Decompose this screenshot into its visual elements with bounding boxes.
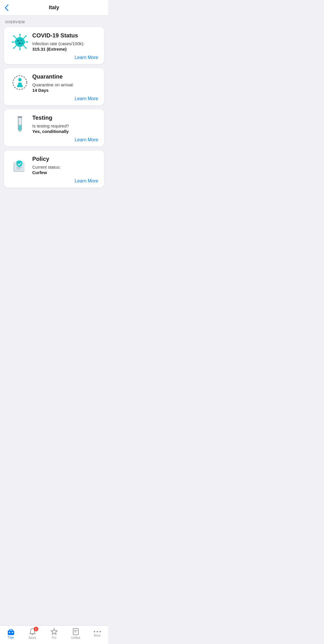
covid-subtitle: Infection rate (cases/100k): <box>32 41 98 47</box>
section-label: OVERVIEW <box>4 20 104 24</box>
policy-icon-container <box>10 157 30 174</box>
svg-point-16 <box>15 37 25 47</box>
page-title: Italy <box>49 5 59 11</box>
quarantine-icon-container <box>10 75 30 91</box>
quarantine-icon <box>12 75 28 91</box>
svg-point-18 <box>20 40 22 41</box>
testing-card-body: Testing Is testing required? Yes, condit… <box>30 115 98 142</box>
svg-point-20 <box>22 43 23 44</box>
svg-point-15 <box>13 47 15 49</box>
svg-line-4 <box>14 37 16 38</box>
policy-icon <box>11 157 29 174</box>
svg-point-14 <box>25 35 27 37</box>
quarantine-card-body: Quarantine Quarantine on arrival: 14 Day… <box>30 73 98 101</box>
covid-icon-container <box>10 33 30 51</box>
covid-card-body: COVID-19 Status Infection rate (cases/10… <box>30 32 98 60</box>
policy-learn-more[interactable]: Learn More <box>32 178 98 184</box>
svg-point-19 <box>18 42 21 45</box>
policy-value: Curfew <box>32 170 98 175</box>
svg-line-7 <box>14 46 16 47</box>
svg-point-8 <box>19 34 21 35</box>
back-button[interactable] <box>5 4 9 11</box>
quarantine-title: Quarantine <box>32 73 98 80</box>
test-tube-icon <box>14 116 26 133</box>
svg-point-10 <box>12 41 13 43</box>
covid-learn-more[interactable]: Learn More <box>32 55 98 60</box>
testing-icon-container <box>10 116 30 133</box>
testing-card: Testing Is testing required? Yes, condit… <box>4 109 104 146</box>
quarantine-learn-more[interactable]: Learn More <box>32 96 98 101</box>
svg-rect-23 <box>18 83 22 85</box>
header: Italy <box>0 0 108 16</box>
covid-card: COVID-19 Status Infection rate (cases/10… <box>4 27 104 64</box>
svg-point-11 <box>27 41 28 43</box>
quarantine-value: 14 Days <box>32 88 98 93</box>
policy-title: Policy <box>32 156 98 162</box>
svg-rect-27 <box>18 119 19 128</box>
svg-rect-32 <box>16 169 20 169</box>
svg-point-12 <box>13 35 15 37</box>
svg-point-13 <box>25 47 27 49</box>
testing-subtitle: Is testing required? <box>32 123 98 129</box>
svg-line-6 <box>24 37 25 38</box>
svg-point-22 <box>18 78 22 81</box>
testing-title: Testing <box>32 115 98 121</box>
testing-value: Yes, conditionally <box>32 129 98 134</box>
quarantine-subtitle: Quarantine on arrival: <box>32 82 98 88</box>
content-area: OVERVIEW <box>0 16 108 215</box>
policy-card-body: Policy Current status: Curfew Learn More <box>30 156 98 184</box>
quarantine-card: Quarantine Quarantine on arrival: 14 Day… <box>4 68 104 105</box>
svg-line-5 <box>24 46 25 47</box>
virus-icon <box>11 33 29 51</box>
svg-rect-31 <box>16 167 22 168</box>
svg-point-9 <box>19 49 21 50</box>
covid-value: 315.31 (Extreme) <box>32 47 98 52</box>
testing-learn-more[interactable]: Learn More <box>32 137 98 142</box>
policy-card: Policy Current status: Curfew Learn More <box>4 150 104 188</box>
covid-title: COVID-19 Status <box>32 32 98 39</box>
policy-subtitle: Current status: <box>32 164 98 170</box>
svg-point-17 <box>17 40 19 42</box>
